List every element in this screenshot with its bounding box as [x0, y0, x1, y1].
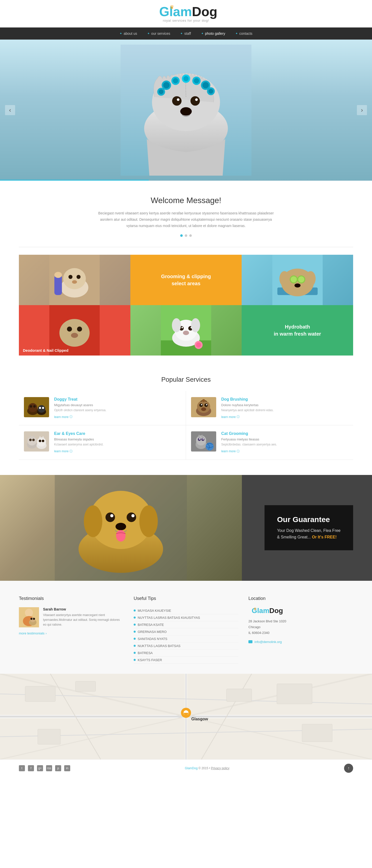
svg-point-13	[173, 78, 178, 84]
svg-point-39	[295, 283, 301, 287]
info-icon-4: ⓘ	[237, 449, 240, 454]
welcome-body: Beciegast nventi vitaeaert asery kertya …	[98, 210, 274, 229]
service-cell-1[interactable]	[19, 255, 130, 305]
svg-point-72	[201, 404, 202, 405]
service-img-dog-brushing	[191, 397, 216, 417]
testimonial-avatar	[19, 607, 39, 627]
nav-contacts[interactable]: ✦ contacts	[230, 28, 258, 39]
nav-staff[interactable]: ✦ staff	[175, 28, 196, 39]
dot-3[interactable]	[189, 234, 192, 237]
privacy-link[interactable]: Privacy policy	[211, 767, 229, 770]
location-logo[interactable]: ♛ GlamDog	[248, 607, 353, 614]
tip-5[interactable]: SANITADAS NYATS	[134, 636, 238, 643]
tip-6[interactable]: NUKTTAS LAGRAS BATSAS	[134, 643, 238, 650]
logo[interactable]: ♛ GlamDog royal services for your dog!	[155, 5, 217, 23]
tip-3[interactable]: BATRESA KSATE	[134, 621, 238, 628]
svg-rect-134	[38, 729, 60, 744]
section-divider-1	[19, 247, 353, 247]
service-item-4-content: Cat Grooming Fertyuasa mietyas lteasas S…	[221, 431, 348, 454]
tip-4[interactable]: GRERNASA MERO	[134, 628, 238, 636]
tip-2[interactable]: NUYTTAS LASRAS BATSAS KIAUSITYAS	[134, 614, 238, 621]
svg-point-9	[163, 82, 170, 88]
tip-7[interactable]: BATRESA	[134, 650, 238, 657]
learn-more-1[interactable]: learn more ⓘ	[54, 415, 72, 419]
tip-1[interactable]: MUYGASA KAUEYSIE	[134, 607, 238, 614]
svg-point-66	[42, 407, 44, 409]
social-linkedin[interactable]: in	[64, 765, 70, 771]
social-pinterest[interactable]: p	[55, 765, 61, 771]
learn-more-4[interactable]: learn more ⓘ	[221, 449, 240, 454]
service-item-4: Cat Grooming Fertyuasa mietyas lteasas S…	[186, 425, 353, 460]
service-img-ear-eyes	[24, 431, 49, 452]
location-email-link[interactable]: info@demolink.org	[248, 640, 353, 644]
services-list: Doggy Treat Migytafsas deuauyt asares Op…	[19, 391, 353, 460]
svg-point-24	[63, 268, 86, 289]
svg-point-84	[37, 437, 46, 446]
svg-point-27	[72, 280, 77, 284]
svg-point-6	[195, 98, 198, 101]
svg-point-17	[183, 76, 189, 82]
svg-point-74	[201, 407, 206, 411]
svg-point-57	[196, 342, 201, 347]
svg-point-88	[42, 440, 44, 442]
svg-point-15	[194, 78, 199, 84]
social-googleplus[interactable]: g+	[37, 765, 43, 771]
testimonials-title: Testimonials	[19, 596, 124, 601]
logo-dog: Dog	[192, 4, 217, 19]
social-rss[interactable]: rss	[46, 765, 52, 771]
dot-1[interactable]	[180, 234, 183, 237]
nav-services[interactable]: ✦ our services	[142, 28, 175, 39]
service-cell-5[interactable]	[130, 305, 242, 355]
slider-prev-button[interactable]: ‹	[5, 105, 15, 115]
location-crown-icon: ♛	[253, 607, 257, 611]
svg-point-4	[191, 96, 200, 105]
social-twitter[interactable]: t	[19, 765, 25, 771]
map-svg: Glasgow	[0, 674, 372, 760]
nav-gallery[interactable]: ✦ photo gallery	[196, 28, 230, 39]
svg-point-19	[159, 89, 164, 94]
social-facebook[interactable]: f	[28, 765, 34, 771]
tip-8[interactable]: KSAYTS FASER	[134, 657, 238, 664]
service-text-2: Grooming & clippingselect areas	[156, 268, 216, 292]
nav-icon-services: ✦	[147, 32, 150, 35]
svg-point-96	[199, 438, 200, 440]
svg-point-60	[28, 403, 37, 412]
footer-bottom: t f g+ rss p in GlamDog © 2015 • Privacy…	[0, 760, 372, 777]
more-testimonials-link[interactable]: more testimonials ›	[19, 631, 46, 635]
svg-point-62	[33, 405, 36, 408]
scroll-top-button[interactable]: ↑	[344, 764, 353, 773]
service-img-1	[49, 255, 100, 305]
service-cell-3[interactable]	[242, 255, 353, 305]
learn-more-2[interactable]: learn more ⓘ	[221, 415, 240, 419]
service-cell-4[interactable]: Deodorant & Nail Clipped	[19, 305, 130, 355]
crown-icon: ♛	[170, 4, 174, 10]
map-background: Glasgow	[0, 674, 372, 760]
logo-text: GlamDog	[159, 5, 217, 18]
guarantee-title: Our Guarantee	[277, 515, 341, 524]
slider-next-button[interactable]: ›	[357, 105, 367, 115]
nav-about[interactable]: ✦ about us	[114, 28, 142, 39]
svg-rect-132	[227, 689, 252, 702]
svg-point-73	[206, 404, 207, 405]
svg-point-26	[76, 275, 80, 279]
service-item-2-subtitle: Dolore nuyfasa kerytertas	[221, 403, 348, 407]
svg-point-36	[291, 276, 297, 282]
guarantee-bg-image	[0, 475, 242, 581]
svg-point-43	[77, 327, 82, 332]
guarantee-body: Your Dog Washed Clean, Flea Free& Smelli…	[277, 527, 341, 540]
learn-more-3[interactable]: learn more ⓘ	[54, 449, 72, 454]
svg-point-29	[54, 272, 62, 278]
svg-point-11	[203, 82, 209, 88]
social-icons: t f g+ rss p in	[19, 765, 70, 771]
svg-point-3	[172, 96, 181, 105]
nav-icon-gallery: ✦	[201, 32, 204, 35]
tips-title: Useful Tips	[134, 596, 238, 601]
service-cell-6: Hydrobathin warm fresh water	[242, 305, 353, 355]
map-section[interactable]: Glasgow	[0, 674, 372, 760]
service-item-1-subtitle: Migytafsas deuauyt asares	[54, 403, 181, 407]
svg-point-65	[39, 407, 41, 409]
guarantee-box: Our Guarantee Your Dog Washed Clean, Fle…	[265, 505, 353, 550]
dot-2[interactable]	[185, 234, 187, 237]
guarantee-dog-svg	[33, 475, 209, 581]
svg-point-81	[29, 439, 32, 441]
